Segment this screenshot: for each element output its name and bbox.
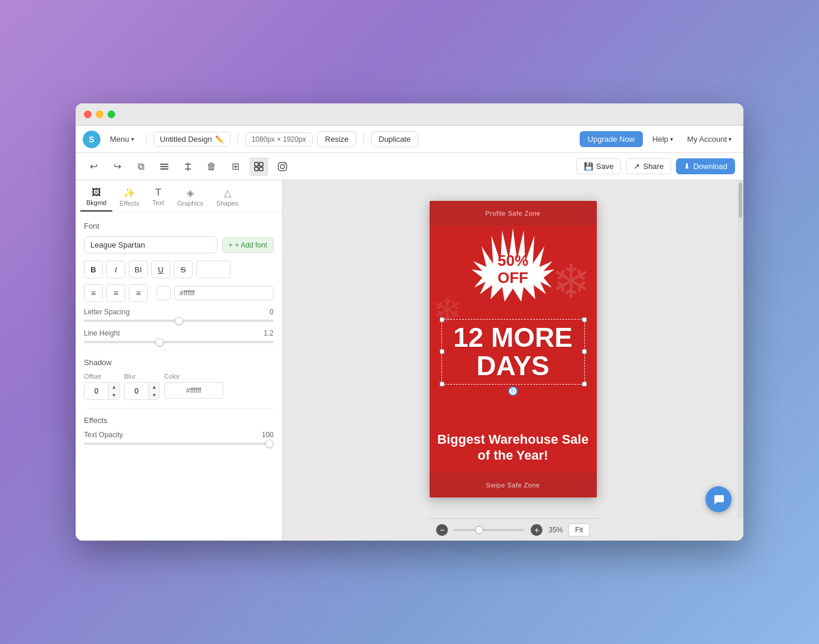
copy-button[interactable]: ⧉: [131, 157, 150, 176]
add-font-button[interactable]: + + Add font: [222, 238, 274, 253]
offset-up-button[interactable]: ▲: [109, 383, 119, 391]
color-swatch[interactable]: [157, 286, 171, 300]
design-canvas[interactable]: Profile Safe Zone ❄ ❄ 50% OFF: [430, 201, 597, 497]
blur-down-button[interactable]: ▼: [149, 391, 160, 399]
line-height-thumb[interactable]: [155, 338, 164, 346]
bold-button[interactable]: B: [84, 261, 103, 278]
scroll-indicator[interactable]: [737, 180, 743, 518]
zoom-thumb[interactable]: [475, 526, 483, 534]
help-chevron-icon: ▾: [670, 136, 673, 142]
svg-point-9: [285, 163, 286, 164]
safe-zone-top: Profile Safe Zone: [430, 201, 597, 226]
shadow-offset-input[interactable]: [84, 383, 108, 399]
tab-bkgmd[interactable]: 🖼 Bkgmd: [80, 184, 112, 212]
shadow-hex-input[interactable]: [181, 383, 223, 398]
layers-button[interactable]: [155, 157, 174, 176]
font-size-input[interactable]: [197, 261, 230, 278]
transform-button[interactable]: [249, 157, 268, 176]
hex-input[interactable]: [174, 286, 274, 300]
font-select[interactable]: League Spartan: [84, 236, 217, 253]
share-button[interactable]: ↗ Share: [626, 158, 671, 174]
tab-graphics[interactable]: ◈ Graphics: [171, 184, 209, 212]
menu-button[interactable]: Menu ▾: [105, 132, 139, 146]
effects-section: Effects Text Opacity 100: [84, 416, 274, 445]
opacity-row: Text Opacity 100: [84, 431, 274, 439]
download-button[interactable]: ⬇ Download: [676, 158, 735, 174]
close-button[interactable]: [84, 110, 92, 118]
shadow-offset-stepper: ▲ ▼: [108, 383, 119, 399]
italic-button[interactable]: I: [106, 261, 125, 278]
redo-button[interactable]: ↪: [108, 157, 126, 176]
handle-tr[interactable]: [582, 317, 587, 322]
tab-text[interactable]: T Text: [147, 184, 170, 212]
shadow-inputs: Offset ▲ ▼ Blur: [84, 373, 274, 400]
handle-br[interactable]: [582, 382, 587, 386]
rotate-handle[interactable]: ↻: [508, 386, 518, 396]
window-controls: [84, 110, 115, 118]
shadow-blur-input[interactable]: [125, 383, 148, 399]
bold-italic-button[interactable]: BI: [129, 261, 148, 278]
shadow-color-field: Color: [164, 373, 223, 400]
svg-rect-2: [160, 168, 168, 170]
panel-tabs: 🖼 Bkgmd ✨ Effects T Text ◈ Graphics △: [76, 180, 282, 212]
left-panel: 🖼 Bkgmd ✨ Effects T Text ◈ Graphics △: [76, 180, 282, 541]
effects-icon: ✨: [124, 187, 135, 199]
opacity-slider[interactable]: [84, 443, 274, 445]
divider-2: [84, 408, 274, 409]
handle-bl[interactable]: [440, 382, 444, 386]
align-left-button[interactable]: ≡: [84, 284, 103, 302]
minimize-button[interactable]: [96, 110, 103, 118]
handle-ml[interactable]: [440, 349, 444, 354]
svg-rect-0: [160, 164, 168, 165]
handle-mr[interactable]: [582, 349, 587, 354]
zoom-in-button[interactable]: +: [531, 524, 542, 536]
undo-button[interactable]: ↩: [84, 157, 103, 176]
strikethrough-button[interactable]: S: [174, 261, 193, 278]
scroll-thumb[interactable]: [739, 183, 742, 218]
letter-spacing-thumb[interactable]: [175, 317, 183, 325]
instagram-button[interactable]: [273, 157, 292, 176]
account-button[interactable]: My Account ▾: [682, 132, 736, 146]
zoom-out-button[interactable]: −: [436, 524, 448, 536]
shadow-blur-field: Blur ▲ ▼: [124, 373, 160, 400]
letter-spacing-slider[interactable]: [84, 320, 274, 322]
tab-effects[interactable]: ✨ Effects: [113, 184, 145, 212]
logo-avatar: S: [83, 131, 100, 148]
titlebar: [76, 103, 743, 126]
chat-button[interactable]: [706, 486, 732, 512]
offset-down-button[interactable]: ▼: [109, 391, 119, 399]
blur-up-button[interactable]: ▲: [149, 383, 160, 391]
shadow-section: Shadow Offset ▲ ▼: [84, 358, 274, 400]
duplicate-button[interactable]: Duplicate: [371, 131, 418, 147]
resize-button[interactable]: Resize: [317, 131, 356, 147]
zoom-slider[interactable]: [454, 529, 525, 531]
shadow-label: Shadow: [84, 358, 274, 367]
line-height-slider[interactable]: [84, 341, 274, 343]
safe-zone-top-label: Profile Safe Zone: [485, 210, 541, 217]
maximize-button[interactable]: [108, 110, 115, 118]
snowflake-decoration-right: ❄: [551, 254, 591, 309]
delete-button[interactable]: 🗑: [202, 157, 221, 176]
help-button[interactable]: Help ▾: [648, 132, 678, 146]
shadow-color-swatch[interactable]: [167, 384, 180, 397]
canvas-scroll: Profile Safe Zone ❄ ❄ 50% OFF: [282, 180, 743, 518]
align-center-button[interactable]: ≡: [106, 284, 125, 302]
save-button[interactable]: 💾 Save: [576, 158, 622, 174]
handle-tl[interactable]: [440, 317, 444, 322]
upgrade-button[interactable]: Upgrade Now: [580, 131, 644, 147]
separator: [238, 134, 238, 145]
blur-input-wrap: ▲ ▼: [124, 382, 160, 400]
share-icon: ↗: [633, 162, 640, 171]
design-name-button[interactable]: Untitled Design ✏️: [154, 132, 230, 147]
font-style-row: B I BI U S ▲ ▼: [84, 261, 274, 278]
selected-text-box[interactable]: ↻ 12 MORE DAYS: [441, 319, 585, 385]
tab-shapes[interactable]: △ Shapes: [210, 184, 244, 212]
underline-button[interactable]: U: [151, 261, 170, 278]
action-right-group: 💾 Save ↗ Share ⬇ Download: [576, 158, 735, 174]
color-input-row: [157, 286, 274, 300]
fit-button[interactable]: Fit: [568, 523, 589, 536]
opacity-thumb[interactable]: [265, 440, 274, 448]
align-right-button[interactable]: ≡: [129, 284, 148, 302]
grid-button[interactable]: ⊞: [226, 157, 245, 176]
align-button[interactable]: [178, 157, 197, 176]
